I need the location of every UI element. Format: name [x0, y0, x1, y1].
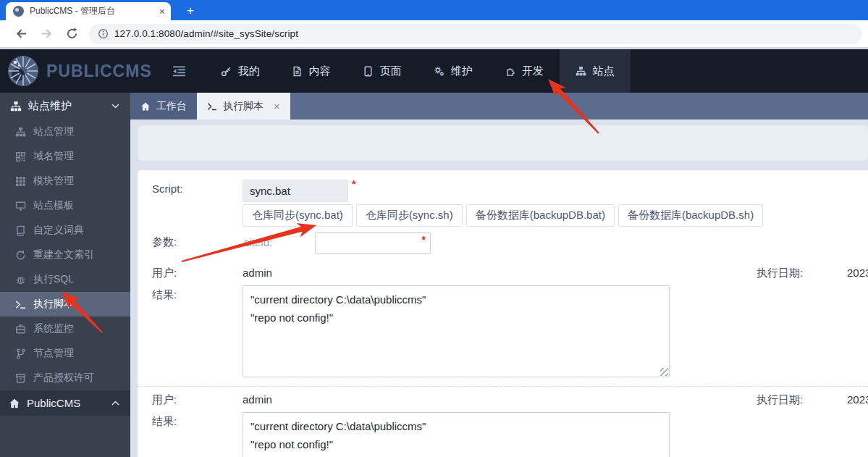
grid-icon — [15, 176, 26, 187]
sidebar-item-custom-dict[interactable]: 自定义词典 — [0, 218, 130, 243]
sidebar-section-header[interactable]: 站点维护 — [0, 93, 130, 120]
user-label: 用户: — [152, 393, 177, 407]
script-button-4[interactable]: 备份数据库(backupDB.sh) — [618, 204, 763, 227]
sidebar-item-node-manage[interactable]: 节点管理 — [0, 341, 130, 366]
sidebar-item-rebuild-index[interactable]: 重建全文索引 — [0, 243, 130, 267]
result-block-2: 用户:admin执行日期:2023结果:"current directory C… — [138, 386, 868, 457]
archive-icon — [15, 373, 26, 384]
result-textarea[interactable]: "current directory C:\data\publiccms" "r… — [243, 412, 670, 457]
script-input[interactable] — [243, 180, 348, 202]
exec-date-value: 2023 — [847, 393, 868, 406]
sidebar-item-label: 系统监控 — [33, 322, 74, 335]
sidebar-section-publiccms[interactable]: PublicCMS — [0, 390, 130, 416]
sidebar-item-license[interactable]: 产品授权许可 — [0, 366, 130, 390]
sidebar: 站点维护 站点管理域名管理模块管理站点模板自定义词典重建全文索引执行SQL执行脚… — [0, 93, 130, 457]
sidebar-item-system-monitor[interactable]: 系统监控 — [0, 316, 130, 341]
params-label: 参数: — [152, 235, 177, 249]
home-icon — [140, 101, 151, 112]
terminal-icon — [15, 299, 26, 310]
browser-tab-title: PublicCMS - 管理后台 — [30, 5, 155, 17]
sitemap-icon — [576, 66, 586, 77]
tablet-icon — [363, 66, 374, 77]
required-mark: * — [352, 178, 355, 190]
sync-icon — [15, 250, 26, 261]
user-label: 用户: — [152, 267, 177, 280]
qrcode-icon — [15, 151, 26, 162]
book-icon — [15, 225, 26, 236]
nav-item-label: 页面 — [380, 64, 402, 78]
result-block-1: 用户:admin执行日期:2023结果:"current directory C… — [138, 260, 868, 386]
sidebar-item-label: 站点模板 — [33, 199, 74, 212]
chevron-down-icon — [111, 101, 120, 111]
sidebar-item-site-manage[interactable]: 站点管理 — [0, 120, 130, 144]
work-tabbar: 工作台执行脚本× — [130, 93, 868, 120]
work-tab-label: 执行脚本 — [223, 100, 264, 113]
back-icon[interactable] — [15, 28, 28, 40]
script-button-row: 仓库同步(sync.bat)仓库同步(sync.sh)备份数据库(backupD… — [243, 204, 763, 227]
nav-item-label: 开发 — [522, 64, 544, 78]
gears-icon — [434, 66, 444, 77]
content-area: Script: * 仓库同步(sync.bat)仓库同步(sync.sh)备份数… — [130, 120, 868, 457]
result-textarea[interactable]: "current directory C:\data\publiccms" "r… — [243, 285, 670, 377]
script-button-2[interactable]: 仓库同步(sync.sh) — [356, 204, 463, 227]
browser-tab-strip: PublicCMS - 管理后台 × + — [0, 0, 868, 20]
exec-date-label: 执行日期: — [757, 267, 803, 280]
tab-close-icon[interactable]: × — [159, 6, 165, 17]
sidebar-item-label: 域名管理 — [33, 150, 74, 163]
nav-item-maintain[interactable]: 维护 — [418, 49, 489, 93]
sidebar-item-label: 自定义词典 — [33, 224, 84, 237]
address-bar[interactable]: 127.0.0.1:8080/admin/#site_sysSite/scrip… — [89, 24, 862, 44]
user-value: admin — [243, 393, 272, 406]
sidebar-footer-label: PublicCMS — [27, 397, 80, 409]
sidebar-item-label: 重建全文索引 — [33, 248, 94, 261]
script-button-1[interactable]: 仓库同步(sync.bat) — [243, 204, 353, 227]
sidebar-item-domain-manage[interactable]: 域名管理 — [0, 144, 130, 169]
sidebar-item-label: 产品授权许可 — [33, 372, 94, 385]
sidebar-item-label: 执行SQL — [33, 273, 74, 286]
sidebar-item-module-manage[interactable]: 模块管理 — [0, 169, 130, 193]
nav-item-site[interactable]: 站点 — [560, 49, 631, 93]
app-header: PUBLICCMS 我的内容页面维护开发站点 — [0, 49, 868, 93]
sidebar-section-label: 站点维护 — [28, 99, 72, 113]
nav-item-label: 站点 — [593, 64, 615, 78]
work-tab-exec-script[interactable]: 执行脚本× — [197, 93, 290, 120]
nav-item-page[interactable]: 页面 — [347, 49, 418, 93]
info-icon — [98, 28, 109, 39]
file-icon — [292, 66, 303, 77]
sidebar-item-label: 模块管理 — [33, 175, 74, 188]
sidebar-item-exec-script[interactable]: 执行脚本 — [0, 292, 130, 316]
sidebar-item-exec-sql[interactable]: 执行SQL — [0, 267, 130, 292]
work-tab-workbench[interactable]: 工作台 — [130, 93, 197, 120]
brand-text: PUBLICCMS — [46, 62, 152, 81]
nav-item-label: 内容 — [309, 64, 331, 78]
terminal-icon — [207, 101, 217, 112]
forward-icon[interactable] — [41, 28, 53, 40]
close-tab-icon[interactable]: × — [274, 100, 280, 112]
sidebar-item-site-template[interactable]: 站点模板 — [0, 193, 130, 218]
favicon — [13, 6, 24, 17]
menu-collapse-icon[interactable] — [172, 64, 186, 78]
sitemap-icon — [10, 101, 22, 112]
user-value: admin — [243, 267, 272, 279]
script-label: Script: — [152, 183, 183, 195]
browser-tab[interactable]: PublicCMS - 管理后台 × — [6, 2, 171, 20]
exec-date-value: 2023 — [847, 267, 868, 279]
bug-icon — [15, 274, 26, 285]
branch-icon — [15, 348, 26, 359]
params-field-wrap: * — [315, 232, 431, 254]
nav-item-dev[interactable]: 开发 — [489, 49, 560, 93]
sidebar-item-label: 执行脚本 — [33, 298, 74, 311]
sidebar-item-label: 站点管理 — [33, 125, 74, 138]
puzzle-icon — [505, 66, 515, 77]
nav-item-content[interactable]: 内容 — [276, 49, 347, 93]
result-label: 结果: — [152, 415, 177, 429]
toolbar-panel — [138, 125, 868, 161]
result-label: 结果: — [152, 288, 177, 302]
header-nav: 我的内容页面维护开发站点 — [205, 49, 631, 93]
refresh-icon[interactable] — [66, 28, 78, 40]
script-button-3[interactable]: 备份数据库(backupDB.bat) — [466, 204, 615, 227]
nav-item-my[interactable]: 我的 — [205, 49, 276, 93]
new-tab-button[interactable]: + — [181, 2, 200, 20]
params-input[interactable] — [315, 232, 431, 254]
work-tab-label: 工作台 — [156, 100, 187, 113]
